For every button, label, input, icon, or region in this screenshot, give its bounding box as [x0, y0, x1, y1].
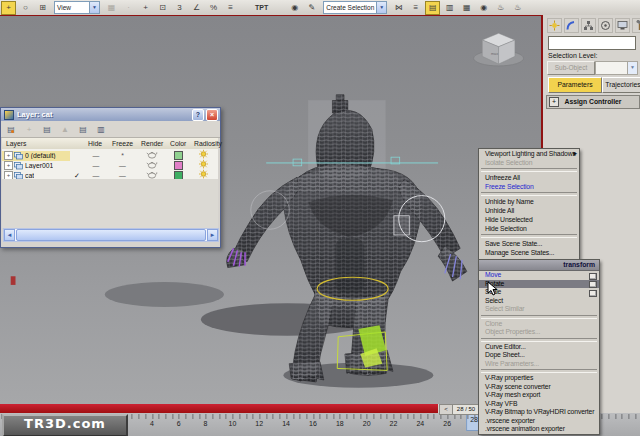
hide-unhide-icon[interactable]: ▤	[77, 124, 89, 135]
spinner-snap-icon[interactable]: ≡	[223, 1, 238, 15]
snap-toggle-icon[interactable]: 3	[172, 1, 187, 15]
object-name-field[interactable]	[548, 36, 636, 50]
layer-dialog-titlebar[interactable]: Layer: cat ? ×	[1, 108, 220, 121]
expand-icon[interactable]: +	[4, 151, 13, 160]
scrollbar-thumb[interactable]	[16, 229, 206, 241]
tab-display-icon[interactable]	[615, 18, 630, 33]
menu-item[interactable]: Manage Scene States... ▶	[479, 248, 579, 257]
menu-item[interactable]: Clone ▶	[479, 320, 599, 329]
menu-item[interactable]: .vrscene animation exporter ▶	[479, 425, 599, 434]
hide-toggle[interactable]: —	[84, 151, 108, 161]
menu-item[interactable]: V-Ray Bitmap to VRayHDRI converter ▶	[479, 408, 599, 417]
tab-hierarchy-icon[interactable]	[581, 18, 596, 33]
layer-color-swatch[interactable]	[166, 161, 190, 171]
menu-item[interactable]: Isolate Selection ▶	[479, 158, 579, 167]
named-selection-icon[interactable]: ◉	[287, 1, 302, 15]
menu-item[interactable]: Freeze Selection ▶	[479, 182, 579, 191]
tpt-label: TPT	[255, 4, 268, 11]
angle-snap-icon[interactable]: ∠	[189, 1, 204, 15]
sub-object-dropdown[interactable]: ▼	[595, 61, 638, 75]
option-box-icon[interactable]	[589, 281, 597, 288]
close-button[interactable]: ×	[206, 109, 218, 121]
tab-motion-icon[interactable]	[598, 18, 613, 33]
add-to-layer-icon[interactable]: +	[23, 124, 35, 135]
freeze-toggle[interactable]: —	[108, 161, 137, 171]
percent-snap-icon[interactable]: %	[206, 1, 221, 15]
highlight-layer-icon[interactable]: ▲	[59, 124, 71, 135]
option-box-icon[interactable]	[589, 273, 597, 280]
menu-item[interactable]: Object Properties... ▶	[479, 328, 599, 337]
menu-item[interactable]: V-Ray VFB ▶	[479, 400, 599, 409]
graph-editor-icon[interactable]: ▥	[442, 1, 457, 15]
col-layers: Layers	[2, 140, 70, 147]
select-and-rotate-icon[interactable]: ○	[18, 1, 33, 15]
menu-item[interactable]: V-Ray scene converter ▶	[479, 383, 599, 392]
menu-item[interactable]: Unhide by Name ▶	[479, 197, 579, 206]
parameters-button[interactable]: Parameters	[548, 77, 602, 93]
quick-render-icon[interactable]: ♨	[510, 1, 525, 15]
align-icon[interactable]: ≡	[408, 1, 423, 15]
cat[interactable]: + cat ✓ — —	[2, 169, 218, 179]
expand-icon[interactable]: +	[549, 97, 559, 107]
assign-controller-rollout[interactable]: + Assign Controller	[546, 95, 640, 109]
menu-item[interactable]: Curve Editor... ▶	[479, 343, 599, 352]
help-button[interactable]: ?	[192, 109, 204, 121]
mirror-icon[interactable]: ⋈	[391, 1, 406, 15]
Layer001[interactable]: + Layer001 — —	[2, 159, 218, 169]
menu-item[interactable]: Viewport Lighting and Shadows ▶	[479, 149, 579, 158]
menu-item[interactable]: Move ▶	[479, 271, 599, 280]
menu-item-label: .vrscene exporter	[485, 417, 535, 424]
menu-item[interactable]: Unhide All ▶	[479, 206, 579, 215]
menu-item[interactable]: V-Ray properties ▶	[479, 374, 599, 383]
menu-item[interactable]: Select ▶	[479, 297, 599, 306]
selection-set-dropdown[interactable]: Create Selection Se ▼	[323, 1, 387, 14]
layer-color-swatch[interactable]	[166, 151, 190, 161]
trajectories-button[interactable]: Trajectories	[602, 77, 640, 93]
menu-item[interactable]: Select Similar ▶	[479, 305, 599, 314]
menu-item[interactable]: .vrscene exporter ▶	[479, 417, 599, 426]
select-and-manipulate-icon[interactable]: ▦	[104, 1, 119, 15]
scroll-left-arrow[interactable]: ◄	[4, 229, 15, 241]
menu-separator	[481, 315, 597, 319]
previous-frame-button[interactable]: <	[439, 404, 453, 415]
material-editor-icon[interactable]: ◉	[476, 1, 491, 15]
select-layer-icon[interactable]: ▤	[41, 124, 53, 135]
freeze-toggle[interactable]: *	[108, 151, 137, 161]
expand-icon[interactable]: +	[4, 161, 13, 170]
view-dropdown[interactable]: View ▼	[54, 1, 100, 14]
menu-item[interactable]: Save Scene State... ▶	[479, 239, 579, 248]
viewport-config-icon[interactable]: ⊞	[35, 1, 50, 15]
cut-objects-icon[interactable]: ▥	[95, 124, 107, 135]
pivot-point-icon[interactable]: ⊡	[155, 1, 170, 15]
hide-toggle[interactable]: —	[84, 161, 108, 171]
option-box-icon[interactable]	[589, 290, 597, 297]
menu-item[interactable]: Wire Parameters... ▶	[479, 360, 599, 369]
edit-named-selection-icon[interactable]: ✎	[304, 1, 319, 15]
layer-manager-icon[interactable]: ▤	[425, 1, 440, 15]
track-bar[interactable]	[0, 404, 438, 413]
menu-item-label: V-Ray VFB	[485, 400, 517, 407]
new-layer-icon[interactable]: ▤	[5, 124, 17, 135]
horizontal-scrollbar[interactable]: ◄ ►	[3, 228, 219, 242]
current-frame-display[interactable]: 28 / 50	[452, 404, 480, 415]
schematic-view-icon[interactable]: ▦	[459, 1, 474, 15]
menu-item-label: Freeze Selection	[485, 183, 534, 190]
0 (default)[interactable]: + 0 (default) — *	[2, 149, 218, 159]
tab-create-icon[interactable]	[547, 18, 562, 33]
keyboard-override-icon[interactable]: ·	[121, 1, 136, 15]
timeline-number: 6	[177, 420, 181, 427]
menu-item-label: Isolate Selection	[485, 159, 532, 166]
tab-utilities-icon[interactable]	[632, 18, 640, 33]
scroll-right-arrow[interactable]: ►	[207, 229, 218, 241]
menu-item[interactable]: Dope Sheet... ▶	[479, 351, 599, 360]
tab-modify-icon[interactable]	[564, 18, 579, 33]
menu-item[interactable]: Hide Unselected ▶	[479, 215, 579, 224]
menu-item[interactable]: Unfreeze All ▶	[479, 173, 579, 182]
view-dropdown-value: View	[55, 4, 89, 11]
menu-item[interactable]: Hide Selection ▶	[479, 224, 579, 233]
menu-item[interactable]: V-Ray mesh export ▶	[479, 391, 599, 400]
select-and-move-icon[interactable]: +	[1, 1, 16, 15]
render-setup-icon[interactable]: ♨	[493, 1, 508, 15]
sub-object-button[interactable]: Sub-Object	[547, 61, 595, 75]
move-gizmo-icon[interactable]: +	[138, 1, 153, 15]
